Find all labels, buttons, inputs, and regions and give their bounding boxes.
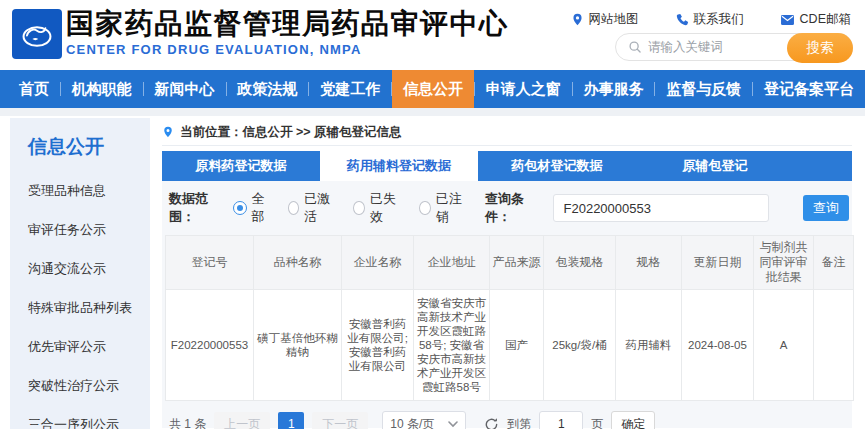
refresh-button[interactable] [484,417,499,429]
col-remark: 备注 [814,236,854,290]
phone-icon [675,13,689,27]
cde-mail-label: CDE邮箱 [800,11,851,28]
radio-expired-icon [353,201,365,215]
registration-table: 登记号 品种名称 企业名称 企业地址 产品来源 包装规格 规格 更新日期 与制剂… [165,235,854,401]
nav-item-applicant[interactable]: 申请人之窗 [475,70,572,108]
radio-expired[interactable]: 已失效 [353,190,401,226]
nav-item-info-disclosure[interactable]: 信息公开 [392,70,474,108]
nav-item-registration-platform[interactable]: 登记备案平台 [753,70,865,108]
col-company-name: 企业名称 [342,236,414,290]
scope-label: 数据范围： [169,190,223,226]
envelope-icon [780,14,795,26]
radio-cancelled-label: 已注销 [436,190,467,226]
col-spec: 规格 [616,236,682,290]
search-button[interactable]: 搜索 [787,33,853,63]
contact-label: 联系我们 [694,11,744,28]
breadcrumb-divider [162,145,852,146]
cell-product-origin: 国产 [490,290,544,401]
table-header-row: 登记号 品种名称 企业名称 企业地址 产品来源 包装规格 规格 更新日期 与制剂… [166,236,854,290]
radio-cancelled-icon [419,201,431,215]
search-input[interactable] [648,40,778,54]
sidebar-item-three-in-one[interactable]: 三合一序列公示 [28,416,150,429]
sitemap-label: 网站地图 [589,11,639,28]
radio-all[interactable]: 全部 [233,190,270,226]
cde-mail-link[interactable]: CDE邮箱 [780,11,851,28]
col-registration-no: 登记号 [166,236,254,290]
tab-packaging-material-data[interactable]: 药包材登记数据 [478,151,636,181]
cde-logo[interactable] [12,9,62,59]
cell-update-date: 2024-08-05 [682,290,754,401]
refresh-icon [484,417,499,429]
nav-item-supervision[interactable]: 监督与反馈 [655,70,752,108]
nav-item-party[interactable]: 党建工作 [309,70,391,108]
nav-item-policy[interactable]: 政策法规 [226,70,308,108]
cell-company-name: 安徽普利药业有限公司;安徽普利药业有限公司 [342,290,414,401]
cell-registration-no: F20220000553 [166,290,254,401]
nav-item-news[interactable]: 新闻中心 [144,70,226,108]
cell-spec: 药用辅料 [616,290,682,401]
nav-item-functions[interactable]: 机构职能 [61,70,143,108]
breadcrumb-text: 当前位置：信息公开 >> 原辅包登记信息 [180,124,402,141]
search-bar: 搜索 [615,33,853,61]
sitemap-link[interactable]: 网站地图 [571,11,639,28]
cell-package-spec: 25kg/袋/桶 [544,290,616,401]
pagination: 共 1 条 上一页 1 下一页 10 条/页 到第 页 确定 [169,411,849,429]
col-company-address: 企业地址 [414,236,490,290]
search-icon [628,40,642,54]
sidebar-list: 受理品种信息 审评任务公示 沟通交流公示 特殊审批品种列表 优先审评公示 突破性… [28,182,150,429]
query-button[interactable]: 查询 [803,195,849,221]
nav-item-home[interactable]: 首页 [8,70,60,108]
quick-links: 网站地图 联系我们 CDE邮箱 [571,11,851,28]
table-row: F20220000553 磺丁基倍他环糊精钠 安徽普利药业有限公司;安徽普利药业… [166,290,854,401]
sidebar-item-communication[interactable]: 沟通交流公示 [28,260,150,278]
sidebar-item-special-approval[interactable]: 特殊审批品种列表 [28,299,150,317]
cell-company-address: 安徽省安庆市高新技术产业开发区霞虹路58号; 安徽省安庆市高新技术产业开发区霞虹… [414,290,490,401]
content-panel: 数据范围： 全部 已激活 已失效 已注销 查询条件： 查询 [162,181,852,428]
radio-activated-label: 已激活 [304,190,335,226]
tab-raw-material-data[interactable]: 原料药登记数据 [162,151,320,181]
radio-cancelled[interactable]: 已注销 [419,190,467,226]
contact-link[interactable]: 联系我们 [675,11,744,28]
data-tabs: 原料药登记数据 药用辅料登记数据 药包材登记数据 原辅包登记 [162,151,852,181]
goto-confirm-button[interactable]: 确定 [611,411,655,429]
cell-remark [814,290,854,401]
location-pin-icon [162,125,174,139]
tab-excipient-data[interactable]: 药用辅料登记数据 [320,151,478,181]
radio-activated[interactable]: 已激活 [288,190,336,226]
goto-page-input[interactable] [539,411,583,429]
sidebar: 信息公开 受理品种信息 审评任务公示 沟通交流公示 特殊审批品种列表 优先审评公… [10,118,150,429]
chevron-down-icon [448,421,458,428]
swan-logo-icon [16,13,58,55]
nav-bottom-strip [0,108,865,116]
location-pin-icon [571,12,584,27]
site-title: 国家药品监督管理局药品审评中心 [66,8,509,40]
col-product-origin: 产品来源 [490,236,544,290]
page-size-select[interactable]: 10 条/页 [382,411,466,429]
next-page-button[interactable]: 下一页 [312,412,368,429]
goto-suffix-label: 页 [591,416,603,429]
brand-block: 国家药品监督管理局药品审评中心 CENTER FOR DRUG EVALUATI… [66,8,509,57]
radio-activated-icon [288,201,300,215]
query-condition-input[interactable] [553,194,769,222]
main-nav: 首页 机构职能 新闻中心 政策法规 党建工作 信息公开 申请人之窗 办事服务 监… [0,70,865,108]
sidebar-item-accepted-varieties[interactable]: 受理品种信息 [28,182,150,200]
col-package-spec: 包装规格 [544,236,616,290]
cell-joint-review-result: A [754,290,814,401]
sidebar-title[interactable]: 信息公开 [28,134,150,160]
site-subtitle: CENTER FOR DRUG EVALUATION, NMPA [66,42,509,57]
page-number-1[interactable]: 1 [278,412,304,429]
sidebar-item-priority-review[interactable]: 优先审评公示 [28,338,150,356]
tab-raw-excipient-pack-registration[interactable]: 原辅包登记 [636,151,794,181]
page-size-value: 10 条/页 [390,416,434,429]
col-variety-name: 品种名称 [254,236,342,290]
breadcrumb: 当前位置：信息公开 >> 原辅包登记信息 [162,118,852,142]
prev-page-button[interactable]: 上一页 [214,412,270,429]
site-header: 国家药品监督管理局药品审评中心 CENTER FOR DRUG EVALUATI… [0,0,865,70]
sidebar-item-breakthrough-therapy[interactable]: 突破性治疗公示 [28,377,150,395]
pagination-total: 共 1 条 [169,416,206,429]
radio-all-icon [233,201,247,215]
query-condition-label: 查询条件： [485,190,539,226]
nav-item-services[interactable]: 办事服务 [572,70,654,108]
sidebar-item-review-tasks[interactable]: 审评任务公示 [28,221,150,239]
main-content: 当前位置：信息公开 >> 原辅包登记信息 原料药登记数据 药用辅料登记数据 药包… [162,118,852,428]
